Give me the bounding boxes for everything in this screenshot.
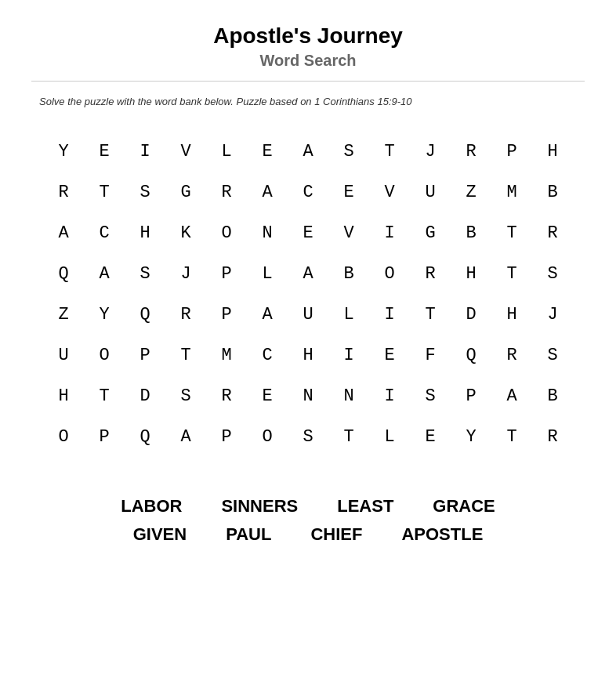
grid-cell: Q xyxy=(125,416,165,457)
grid-cell: H xyxy=(532,131,573,172)
grid-cell: B xyxy=(451,212,491,253)
word-bank-item: PAUL xyxy=(226,524,271,545)
grid-row: YEIVLEASTJRPH xyxy=(43,131,573,172)
grid-cell: Y xyxy=(451,416,491,457)
puzzle-grid: YEIVLEASTJRPHRTSGRACEVUZMBACHKONEVIGBTRQ… xyxy=(31,131,585,457)
word-bank-item: LABOR xyxy=(121,496,182,517)
word-bank-item: GRACE xyxy=(433,496,495,517)
grid-cell: U xyxy=(288,294,328,335)
grid-cell: H xyxy=(451,253,491,294)
grid-cell: Z xyxy=(43,294,84,335)
grid-cell: P xyxy=(206,253,247,294)
grid-row: OPQAPOSTLEYTR xyxy=(43,416,573,457)
grid-row: HTDSRENNISPAB xyxy=(43,375,573,416)
grid-cell: T xyxy=(491,253,532,294)
grid-cell: B xyxy=(532,172,573,212)
grid-cell: Y xyxy=(84,294,125,335)
word-bank-item: APOSTLE xyxy=(401,524,483,545)
grid-cell: O xyxy=(369,253,410,294)
grid-cell: N xyxy=(247,212,288,253)
grid-cell: S xyxy=(165,375,206,416)
grid-cell: Q xyxy=(43,253,84,294)
grid-cell: V xyxy=(328,212,369,253)
grid-cell: R xyxy=(206,375,247,416)
page-subtitle: Word Search xyxy=(31,52,585,70)
grid-cell: A xyxy=(84,253,125,294)
grid-cell: H xyxy=(125,212,165,253)
grid-cell: L xyxy=(206,131,247,172)
word-bank: LABORSINNERSLEASTGRACEGIVENPAULCHIEFAPOS… xyxy=(31,496,585,545)
grid-cell: P xyxy=(125,335,165,375)
grid-cell: L xyxy=(328,294,369,335)
grid-cell: T xyxy=(84,172,125,212)
grid-cell: G xyxy=(165,172,206,212)
grid-cell: T xyxy=(491,416,532,457)
grid-cell: Z xyxy=(451,172,491,212)
page-title: Apostle's Journey xyxy=(31,24,585,49)
grid-cell: F xyxy=(410,335,451,375)
grid-cell: S xyxy=(125,253,165,294)
grid-cell: P xyxy=(206,294,247,335)
grid-cell: V xyxy=(369,172,410,212)
grid-cell: S xyxy=(410,375,451,416)
grid-cell: S xyxy=(288,416,328,457)
grid-cell: E xyxy=(247,375,288,416)
grid-cell: E xyxy=(288,212,328,253)
grid-cell: E xyxy=(410,416,451,457)
grid-cell: A xyxy=(43,212,84,253)
grid-cell: I xyxy=(369,212,410,253)
grid-cell: B xyxy=(532,375,573,416)
grid-cell: H xyxy=(43,375,84,416)
grid-cell: H xyxy=(288,335,328,375)
grid-cell: M xyxy=(491,172,532,212)
word-bank-item: CHIEF xyxy=(310,524,362,545)
grid-cell: H xyxy=(491,294,532,335)
grid-cell: O xyxy=(206,212,247,253)
word-bank-item: LEAST xyxy=(337,496,393,517)
grid-row: UOPTMCHIEFQRS xyxy=(43,335,573,375)
word-bank-item: GIVEN xyxy=(133,524,187,545)
grid-cell: R xyxy=(532,416,573,457)
grid-cell: O xyxy=(247,416,288,457)
grid-cell: R xyxy=(165,294,206,335)
grid-cell: I xyxy=(328,335,369,375)
grid-cell: R xyxy=(532,212,573,253)
grid-cell: I xyxy=(369,294,410,335)
grid-cell: J xyxy=(410,131,451,172)
grid-cell: C xyxy=(288,172,328,212)
grid-cell: L xyxy=(369,416,410,457)
grid-cell: R xyxy=(43,172,84,212)
grid-cell: K xyxy=(165,212,206,253)
grid-cell: V xyxy=(165,131,206,172)
grid-cell: M xyxy=(206,335,247,375)
grid-cell: Q xyxy=(451,335,491,375)
word-bank-item: SINNERS xyxy=(221,496,298,517)
grid-cell: O xyxy=(84,335,125,375)
grid-cell: S xyxy=(328,131,369,172)
word-bank-row: LABORSINNERSLEASTGRACE xyxy=(121,496,495,517)
grid-cell: D xyxy=(125,375,165,416)
grid-cell: Q xyxy=(125,294,165,335)
grid-cell: R xyxy=(410,253,451,294)
grid-cell: U xyxy=(43,335,84,375)
word-bank-row: GIVENPAULCHIEFAPOSTLE xyxy=(133,524,484,545)
grid-cell: D xyxy=(451,294,491,335)
grid-row: ACHKONEVIGBTR xyxy=(43,212,573,253)
grid-cell: P xyxy=(84,416,125,457)
grid-cell: G xyxy=(410,212,451,253)
grid-row: RTSGRACEVUZMB xyxy=(43,172,573,212)
grid-cell: T xyxy=(410,294,451,335)
grid-cell: S xyxy=(125,172,165,212)
grid-cell: T xyxy=(84,375,125,416)
grid-cell: C xyxy=(247,335,288,375)
grid-cell: A xyxy=(247,172,288,212)
grid-cell: R xyxy=(206,172,247,212)
grid-cell: R xyxy=(451,131,491,172)
grid-cell: P xyxy=(451,375,491,416)
grid-row: QASJPLABORHTS xyxy=(43,253,573,294)
grid-cell: N xyxy=(288,375,328,416)
grid-cell: S xyxy=(532,253,573,294)
grid-cell: I xyxy=(125,131,165,172)
grid-cell: E xyxy=(328,172,369,212)
grid-cell: T xyxy=(165,335,206,375)
